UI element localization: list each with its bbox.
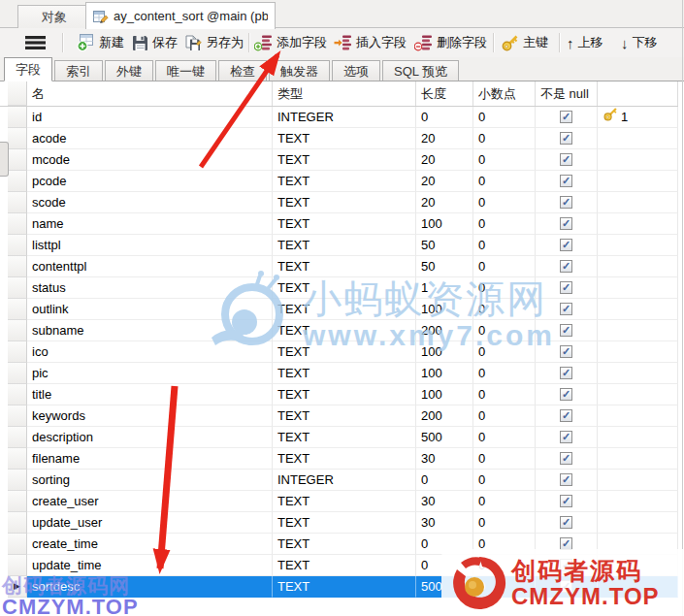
not-null-checkbox[interactable]: ✓	[560, 281, 572, 294]
field-type-cell[interactable]: TEXT	[273, 534, 416, 555]
primary-key-button[interactable]: 主键	[502, 32, 548, 53]
field-decimal-cell[interactable]: 0	[473, 427, 536, 448]
field-type-cell[interactable]: TEXT	[273, 363, 416, 384]
field-length-cell[interactable]: 20	[416, 171, 473, 192]
row-gutter[interactable]: ▶	[8, 320, 27, 341]
table-row[interactable]: ▶ scode TEXT 20 0 ✓	[0, 192, 678, 213]
field-length-cell[interactable]: 100	[416, 213, 473, 235]
row-gutter[interactable]: ▶	[8, 192, 27, 213]
field-type-cell[interactable]: TEXT	[273, 171, 416, 192]
add-field-button[interactable]: 添加字段	[254, 32, 327, 53]
field-length-cell[interactable]: 0	[416, 534, 473, 555]
field-type-cell[interactable]: TEXT	[273, 213, 416, 235]
field-name-cell[interactable]: filename	[27, 448, 273, 470]
table-row[interactable]: ▶ description TEXT 500 0 ✓	[0, 427, 678, 448]
field-length-cell[interactable]: 200	[416, 320, 473, 341]
field-type-cell[interactable]: TEXT	[273, 448, 416, 470]
field-length-cell[interactable]: 100	[416, 363, 473, 384]
column-header-type[interactable]: 类型	[273, 81, 416, 106]
field-decimal-cell[interactable]: 0	[473, 213, 536, 235]
field-type-cell[interactable]: TEXT	[273, 277, 416, 299]
table-row[interactable]: ▶ subname TEXT 200 0 ✓	[0, 320, 678, 341]
not-null-checkbox[interactable]: ✓	[560, 473, 572, 486]
row-gutter[interactable]: ▶	[8, 555, 27, 576]
sidebar-collapse-handle[interactable]	[0, 142, 9, 177]
field-name-cell[interactable]: sorting	[27, 470, 273, 491]
field-type-cell[interactable]: TEXT	[273, 192, 416, 213]
not-null-checkbox[interactable]: ✓	[560, 431, 572, 443]
field-name-cell[interactable]: id	[27, 107, 273, 128]
field-decimal-cell[interactable]: 0	[473, 171, 536, 192]
row-gutter[interactable]: ▶	[8, 427, 27, 448]
field-length-cell[interactable]: 30	[416, 448, 473, 470]
column-header-key[interactable]	[598, 81, 678, 106]
field-type-cell[interactable]: INTEGER	[273, 107, 416, 128]
not-null-checkbox[interactable]: ✓	[560, 495, 572, 507]
field-name-cell[interactable]: description	[27, 427, 273, 448]
field-length-cell[interactable]: 30	[416, 491, 473, 512]
not-null-checkbox[interactable]: ✓	[560, 132, 572, 145]
row-gutter[interactable]: ▶	[8, 512, 27, 534]
table-row[interactable]: ▶ ico TEXT 100 0 ✓	[0, 341, 678, 363]
tab-foreign-keys[interactable]: 外键	[105, 60, 153, 81]
field-name-cell[interactable]: update_time	[27, 555, 273, 576]
table-row[interactable]: ▶ keywords TEXT 200 0 ✓	[0, 405, 678, 427]
field-length-cell[interactable]: 500	[416, 427, 473, 448]
field-type-cell[interactable]: TEXT	[273, 576, 416, 598]
not-null-checkbox[interactable]: ✓	[560, 367, 572, 379]
field-decimal-cell[interactable]: 0	[473, 320, 536, 341]
tab-uniques[interactable]: 唯一键	[155, 60, 216, 81]
column-header-not-null[interactable]: 不是 null	[536, 81, 598, 106]
save-as-button[interactable]: 另存为	[184, 32, 244, 53]
not-null-checkbox[interactable]: ✓	[560, 345, 572, 358]
field-decimal-cell[interactable]: 0	[473, 128, 536, 149]
field-length-cell[interactable]: 20	[416, 192, 473, 213]
field-length-cell[interactable]: 30	[416, 512, 473, 534]
field-name-cell[interactable]: subname	[27, 320, 273, 341]
table-row[interactable]: ▶ filename TEXT 30 0 ✓	[0, 448, 678, 470]
field-name-cell[interactable]: acode	[27, 128, 273, 149]
field-length-cell[interactable]: 500	[416, 576, 473, 598]
table-row[interactable]: ▶ pic TEXT 100 0 ✓	[0, 363, 678, 384]
field-type-cell[interactable]: TEXT	[273, 341, 416, 363]
table-row[interactable]: ▶ sortdesc TEXT 500 0 ✓	[0, 576, 678, 598]
tab-indexes[interactable]: 索引	[54, 60, 103, 81]
field-length-cell[interactable]: 50	[416, 235, 473, 256]
field-type-cell[interactable]: TEXT	[273, 555, 416, 576]
field-name-cell[interactable]: update_user	[27, 512, 273, 534]
row-gutter[interactable]: ▶	[8, 171, 27, 192]
row-gutter[interactable]: ▶	[8, 576, 27, 598]
field-name-cell[interactable]: name	[27, 213, 273, 235]
field-decimal-cell[interactable]: 0	[473, 341, 536, 363]
field-name-cell[interactable]: pic	[27, 363, 273, 384]
field-name-cell[interactable]: create_time	[27, 534, 273, 555]
not-null-checkbox[interactable]: ✓	[560, 516, 572, 529]
field-type-cell[interactable]: TEXT	[273, 235, 416, 256]
field-name-cell[interactable]: ico	[27, 341, 273, 363]
row-gutter[interactable]: ▶	[8, 149, 27, 171]
not-null-checkbox[interactable]: ✓	[560, 153, 572, 166]
field-name-cell[interactable]: scode	[27, 192, 273, 213]
table-row[interactable]: ▶ create_user TEXT 30 0 ✓	[0, 491, 678, 512]
menu-button[interactable]	[25, 32, 46, 53]
row-gutter[interactable]: ▶	[8, 277, 27, 299]
tab-sql-preview[interactable]: SQL 预览	[382, 60, 459, 81]
row-gutter[interactable]: ▶	[8, 534, 27, 555]
table-row[interactable]: ▶ status TEXT 1 0 ✓	[0, 277, 678, 299]
insert-field-button[interactable]: 插入字段	[334, 32, 407, 53]
table-row[interactable]: ▶ listtpl TEXT 50 0 ✓	[0, 235, 678, 256]
table-row[interactable]: ▶ update_time TEXT 0 0 ✓	[0, 555, 678, 576]
field-decimal-cell[interactable]: 0	[473, 277, 536, 299]
field-length-cell[interactable]: 50	[416, 256, 473, 277]
field-decimal-cell[interactable]: 0	[473, 491, 536, 512]
table-row[interactable]: ▶ id INTEGER 0 0 ✓ 1	[0, 107, 678, 128]
field-type-cell[interactable]: INTEGER	[273, 470, 416, 491]
field-name-cell[interactable]: keywords	[27, 405, 273, 427]
not-null-checkbox[interactable]: ✓	[560, 239, 572, 251]
tab-fields[interactable]: 字段	[4, 57, 52, 81]
not-null-checkbox[interactable]: ✓	[560, 175, 572, 187]
field-name-cell[interactable]: status	[27, 277, 273, 299]
field-type-cell[interactable]: TEXT	[273, 491, 416, 512]
not-null-checkbox[interactable]: ✓	[560, 303, 572, 315]
field-length-cell[interactable]: 0	[416, 555, 473, 576]
